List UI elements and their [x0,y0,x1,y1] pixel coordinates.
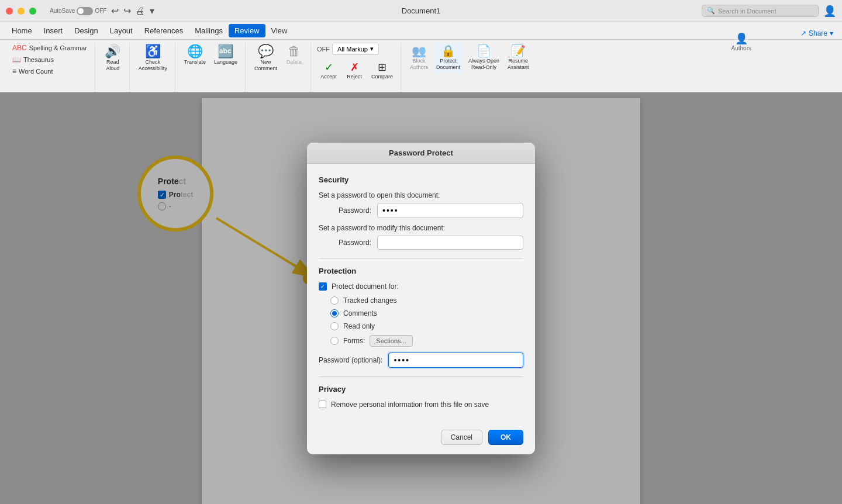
read-only-label: Always OpenRead-Only [468,58,499,71]
search-document-box[interactable]: 🔍 Search in Document [702,5,819,17]
thesaurus-label: Thesaurus [23,56,54,63]
protection-divider [319,376,523,377]
tracked-changes-radio[interactable] [330,296,339,305]
ribbon-section-accessibility: ♿ CheckAccessibility [131,43,175,92]
read-aloud-button[interactable]: 🔊 ReadAloud [101,43,125,74]
autosave-toggle[interactable] [77,7,93,15]
menu-layout[interactable]: Layout [104,24,139,37]
cancel-button[interactable]: Cancel [441,430,482,445]
accept-button[interactable]: ✓ Accept [317,60,340,82]
optional-password-label: Password (optional): [319,356,382,364]
reject-button[interactable]: ✗ Reject [343,60,366,82]
ribbon-section-comments: 💬 NewComment 🗑 Delete [247,43,311,92]
forms-radio[interactable] [330,337,339,345]
modify-password-label: Password: [319,239,371,247]
menu-insert[interactable]: Insert [38,24,69,37]
ribbon-section-protect: 👥 BlockAuthors 🔒 ProtectDocument 📄 Alway… [402,43,537,92]
menu-review[interactable]: Review [229,24,265,37]
modal-title: Password Protect [389,149,453,157]
modify-password-input[interactable] [377,236,523,250]
off-label: OFF [317,46,330,53]
word-count-label: Word Count [19,68,53,75]
new-comment-button[interactable]: 💬 NewComment [251,43,280,74]
read-aloud-label: ReadAloud [106,59,119,72]
autosave-label: AutoSave [50,8,75,14]
authors-group: 👤 Authors [731,40,751,51]
document-area: Protect ✓ Protect - Pa [0,92,842,504]
menu-view[interactable]: View [265,24,294,37]
markup-chevron: ▾ [370,45,374,53]
forms-label: Forms: [343,337,365,345]
print-icon[interactable]: 🖨 [136,6,145,16]
translate-icon: 🌐 [187,45,203,58]
ok-button[interactable]: OK [488,430,523,445]
privacy-checkbox[interactable] [319,401,326,408]
modal-body: Security Set a password to open this doc… [307,164,535,423]
protection-title: Protection [319,267,523,275]
ribbon-section-tracking: OFF All Markup ▾ ✓ Accept ✗ Reject ⊞ Com… [312,43,401,92]
maximize-button[interactable] [29,8,36,15]
translate-button[interactable]: 🌐 Translate [181,43,209,68]
autosave-badge: AutoSave OFF [50,7,106,15]
read-only-radio[interactable] [330,322,339,330]
open-password-label: Password: [319,206,371,215]
close-button[interactable] [6,8,13,15]
thesaurus-icon: 📖 [12,56,21,64]
language-icon: 🔤 [218,45,233,58]
language-button[interactable]: 🔤 Language [211,43,240,68]
compare-label: Compare [371,74,393,80]
spelling-icon: ABC [12,44,27,52]
compare-button[interactable]: ⊞ Compare [368,60,396,82]
spelling-label: Spelling & Grammar [29,44,87,51]
resume-icon: 📝 [511,45,526,57]
resume-assistant-button[interactable]: 📝 ResumeAssistant [505,43,532,73]
block-authors-button[interactable]: 👥 BlockAuthors [407,43,431,73]
accept-icon: ✓ [325,62,333,73]
word-count-button[interactable]: ≡ Word Count [9,66,90,77]
read-only-icon: 📄 [477,45,491,57]
minimize-button[interactable] [18,8,25,15]
compare-icon: ⊞ [378,62,387,73]
modify-password-row: Password: [319,236,523,250]
spelling-grammar-button[interactable]: ABC Spelling & Grammar [9,43,90,53]
protect-check-icon: ✓ [320,284,325,289]
search-placeholder: Search in Document [718,8,777,15]
protect-buttons: 👥 BlockAuthors 🔒 ProtectDocument 📄 Alway… [407,43,532,89]
always-open-read-only-button[interactable]: 📄 Always OpenRead-Only [465,43,502,73]
comments-radio[interactable] [330,309,339,317]
customize-icon[interactable]: ▾ [150,5,154,16]
translate-label: Translate [184,59,206,65]
security-title: Security [319,175,523,184]
menu-mailings[interactable]: Mailings [189,24,229,37]
tracked-changes-row: Tracked changes [330,296,523,305]
protect-document-button[interactable]: 🔒 ProtectDocument [433,43,463,73]
forms-radio-row: Forms: Sections... [330,335,523,347]
optional-password-input[interactable] [388,353,523,368]
undo-icon[interactable]: ↩ [111,5,119,16]
authors-label: Authors [731,45,751,51]
thesaurus-button[interactable]: 📖 Thesaurus [9,54,90,65]
delete-comment-button[interactable]: 🗑 Delete [282,43,306,68]
title-bar-left: AutoSave OFF ↩ ↪ 🖨 ▾ [6,5,154,16]
markup-dropdown[interactable]: All Markup ▾ [332,43,379,55]
proofing-small-group: ABC Spelling & Grammar 📖 Thesaurus ≡ Wor… [9,43,90,77]
menu-home[interactable]: Home [6,24,38,37]
title-bar: AutoSave OFF ↩ ↪ 🖨 ▾ Document1 🔍 Search … [0,0,842,22]
title-bar-right: 🔍 Search in Document 👤 [702,5,836,18]
document-title: Document1 [402,6,440,15]
ribbon: ABC Spelling & Grammar 📖 Thesaurus ≡ Wor… [0,40,842,92]
user-account-icon[interactable]: 👤 [823,5,836,18]
search-icon: 🔍 [707,7,715,15]
authors-icon: 👤 [735,40,748,45]
check-accessibility-button[interactable]: ♿ CheckAccessibility [136,43,170,74]
protect-checkbox[interactable]: ✓ [319,282,327,291]
accessibility-label: CheckAccessibility [139,59,167,72]
reject-label: Reject [347,74,362,80]
resume-label: ResumeAssistant [508,58,529,71]
sections-button[interactable]: Sections... [370,335,412,347]
menu-references[interactable]: References [139,24,189,37]
delete-icon: 🗑 [288,45,301,58]
menu-design[interactable]: Design [68,24,103,37]
open-password-input[interactable] [377,203,523,218]
redo-icon[interactable]: ↪ [123,5,131,16]
